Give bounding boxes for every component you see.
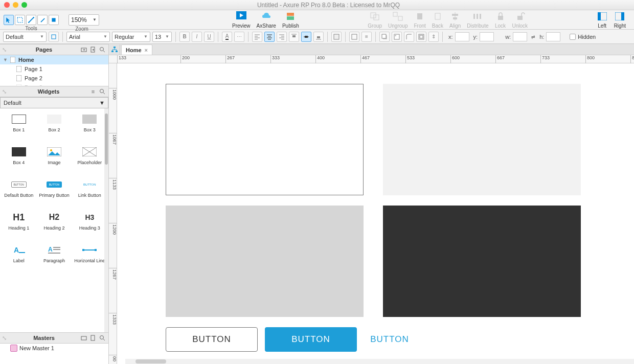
canvas[interactable]: BUTTON BUTTON BUTTON (117, 63, 634, 364)
library-select[interactable]: Default ▼ (0, 97, 108, 108)
add-master-icon[interactable] (89, 334, 97, 342)
collapse-icon[interactable]: ⤡ (2, 88, 9, 95)
canvas-box4[interactable] (383, 206, 581, 317)
widget-hline[interactable]: Horizontal Line (72, 242, 107, 273)
style-select[interactable]: Default▼ (3, 32, 47, 42)
align-left-button[interactable] (252, 32, 262, 42)
corner-radius-button[interactable] (404, 32, 414, 42)
canvas-box3[interactable] (166, 206, 364, 317)
scrollbar-thumb[interactable] (105, 113, 108, 165)
valign-bottom-button[interactable] (313, 32, 324, 42)
canvas-default-button[interactable]: BUTTON (166, 327, 258, 352)
canvas-box1[interactable] (166, 84, 364, 195)
menu-icon[interactable]: ≡ (89, 87, 97, 96)
zoom-select[interactable]: 150% ▼ (69, 14, 99, 26)
align-center-button[interactable] (264, 32, 275, 42)
widget-link-button[interactable]: BUTTONLink Button (72, 177, 107, 208)
widget-placeholder[interactable]: Placeholder (72, 144, 107, 175)
align-button[interactable]: Align (449, 11, 461, 29)
hidden-checkbox[interactable] (570, 34, 576, 40)
valign-top-button[interactable] (289, 32, 299, 42)
ruler-vertical[interactable]: 1000 1067 1133 1200 1267 1333 00 (109, 63, 117, 364)
master-item[interactable]: New Master 1 (0, 344, 108, 353)
widgets-scrollbar[interactable] (104, 108, 108, 332)
front-button[interactable]: Front (414, 11, 425, 29)
widget-primary-button[interactable]: BUTTONPrimary Button (36, 177, 72, 208)
distribute-button[interactable]: Distribute (467, 11, 488, 29)
align-right-button[interactable] (277, 32, 287, 42)
text-color-button[interactable]: A (222, 32, 232, 42)
pen-tool[interactable] (37, 15, 48, 25)
search-icon[interactable] (98, 87, 106, 96)
line-width-button[interactable]: ≡ (361, 32, 372, 42)
size-select[interactable]: 13▼ (152, 32, 172, 42)
unlock-button[interactable]: Unlock (512, 11, 528, 29)
search-icon[interactable] (98, 334, 106, 342)
widget-box4[interactable]: Box 4 (1, 144, 36, 175)
h-input[interactable] (546, 32, 560, 41)
outer-shadow-button[interactable] (379, 32, 390, 42)
widget-h1[interactable]: H1Heading 1 (1, 210, 36, 240)
page-item[interactable]: Page 3 (0, 83, 108, 86)
sitemap-button[interactable] (109, 44, 120, 55)
line-color-button[interactable] (349, 32, 359, 42)
add-folder-icon[interactable] (80, 334, 88, 342)
crop-tool[interactable] (49, 15, 59, 25)
minimize-window-icon[interactable] (13, 2, 18, 8)
close-window-icon[interactable] (4, 2, 10, 8)
padding-button[interactable] (416, 32, 426, 42)
y-input[interactable] (480, 32, 494, 41)
collapse-icon[interactable]: ⤡ (2, 335, 9, 342)
page-item[interactable]: Page 1 (0, 64, 108, 74)
bold-button[interactable]: B (179, 32, 190, 42)
horizontal-scrollbar[interactable] (125, 359, 634, 364)
scrollbar-thumb[interactable] (135, 359, 166, 363)
widget-box2[interactable]: Box 2 (36, 111, 72, 142)
canvas-primary-button[interactable]: BUTTON (265, 327, 357, 352)
close-icon[interactable]: × (145, 47, 148, 53)
fill-button[interactable] (331, 32, 342, 42)
search-icon[interactable] (98, 46, 106, 54)
left-panel-toggle[interactable]: Left (597, 11, 608, 29)
widget-box3[interactable]: Box 3 (72, 111, 107, 142)
italic-button[interactable]: I (192, 32, 202, 42)
canvas-link-button[interactable]: BUTTON (364, 327, 415, 352)
connector-tool[interactable] (26, 15, 36, 25)
widget-default-button[interactable]: BUTTONDefault Button (1, 177, 36, 208)
style-manager-button[interactable] (49, 32, 59, 42)
page-item-home[interactable]: ▼ Home (0, 55, 108, 64)
add-folder-icon[interactable]: + (80, 46, 88, 54)
underline-button[interactable]: U (204, 32, 214, 42)
collapse-icon[interactable]: ⤡ (2, 47, 9, 53)
widget-h3[interactable]: H3Heading 3 (72, 210, 107, 240)
page-item[interactable]: Page 2 (0, 74, 108, 83)
canvas-box2[interactable] (383, 84, 581, 195)
maximize-window-icon[interactable] (21, 2, 27, 8)
widget-h2[interactable]: H2Heading 2 (36, 210, 72, 240)
right-panel-toggle[interactable]: Right (614, 11, 626, 29)
ruler-horizontal[interactable]: 133 200 267 333 400 467 533 600 667 733 … (109, 55, 634, 63)
tab-home[interactable]: Home × (121, 44, 152, 55)
axshare-button[interactable]: AxShare (257, 11, 276, 29)
group-button[interactable]: Group (368, 11, 382, 29)
inner-shadow-button[interactable] (392, 32, 402, 42)
aspect-lock[interactable]: ⇌ (531, 34, 535, 39)
more-text-button[interactable]: ⋯ (234, 32, 244, 42)
valign-middle-button[interactable] (301, 32, 311, 42)
select-tool[interactable] (4, 15, 14, 25)
widget-paragraph[interactable]: AParagraph (36, 242, 72, 273)
lock-button[interactable]: Lock (495, 11, 506, 29)
disclosure-triangle-icon[interactable]: ▼ (3, 57, 9, 62)
widget-box1[interactable]: Box 1 (1, 111, 36, 142)
region-select-tool[interactable] (15, 15, 25, 25)
publish-button[interactable]: Publish (282, 11, 299, 29)
widget-image[interactable]: Image (36, 144, 72, 175)
x-input[interactable] (455, 32, 469, 41)
weight-select[interactable]: Regular▼ (112, 32, 150, 42)
line-spacing-button[interactable]: ⇕ (428, 32, 439, 42)
preview-button[interactable]: Preview (232, 11, 251, 29)
widget-label[interactable]: ALabel (1, 242, 36, 273)
back-button[interactable]: Back (432, 11, 443, 29)
font-select[interactable]: Arial▼ (66, 32, 110, 42)
ungroup-button[interactable]: Ungroup (388, 11, 407, 29)
